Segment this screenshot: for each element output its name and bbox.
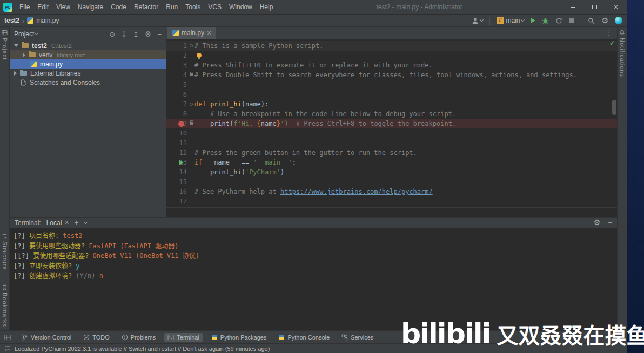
code-line-17[interactable]: 17 bbox=[166, 196, 617, 206]
menu-file[interactable]: File bbox=[16, 0, 33, 14]
line-number-15[interactable]: 15 bbox=[166, 177, 191, 187]
git-branch-widget[interactable]: main bbox=[497, 17, 524, 24]
code-line-4[interactable]: 4# Press Double Shift to search everywhe… bbox=[166, 70, 617, 80]
code-line-7[interactable]: 7def print_hi(name): bbox=[166, 99, 617, 109]
menu-refactor[interactable]: Refactor bbox=[130, 0, 162, 14]
code-line-2[interactable]: 2 bbox=[166, 51, 617, 60]
code-line-1[interactable]: 1# This is a sample Python script. bbox=[166, 41, 617, 51]
tool-button-problems[interactable]: Problems bbox=[118, 333, 159, 342]
line-number-12[interactable]: 12 bbox=[166, 148, 191, 158]
menu-help[interactable]: Help bbox=[256, 0, 277, 14]
line-number-4[interactable]: 4 bbox=[166, 70, 191, 80]
line-number-10[interactable]: 10 bbox=[166, 128, 191, 138]
tool-button-python-console[interactable]: Python Console bbox=[275, 333, 333, 342]
settings-button[interactable] bbox=[601, 17, 608, 25]
tool-button-terminal[interactable]: Terminal bbox=[164, 333, 203, 342]
search-everywhere-button[interactable] bbox=[588, 17, 595, 24]
menu-view[interactable]: View bbox=[52, 0, 74, 14]
expand-all-button[interactable] bbox=[121, 31, 127, 38]
menu-edit[interactable]: Edit bbox=[33, 0, 52, 14]
run-button[interactable] bbox=[531, 18, 535, 23]
stripe-project-button[interactable]: Project bbox=[2, 30, 8, 60]
editor-options-icon[interactable] bbox=[605, 29, 617, 37]
tree-expanded-icon[interactable] bbox=[14, 44, 18, 47]
terminal-tab-local[interactable]: Local bbox=[46, 219, 69, 227]
line-number-5[interactable]: 5 bbox=[166, 80, 191, 90]
tree-item-main-py[interactable]: main.py bbox=[10, 59, 166, 69]
tool-button-services[interactable]: Services bbox=[338, 333, 377, 342]
maximize-button[interactable] bbox=[583, 0, 605, 14]
chevron-down-icon[interactable] bbox=[35, 31, 38, 35]
menu-code[interactable]: Code bbox=[107, 0, 130, 14]
tool-window-switcher-icon[interactable] bbox=[4, 334, 11, 341]
menu-window[interactable]: Window bbox=[225, 0, 256, 14]
line-number-8[interactable]: 8 bbox=[166, 109, 191, 119]
fold-marker-icon[interactable] bbox=[190, 103, 193, 106]
close-button[interactable] bbox=[605, 0, 627, 14]
new-terminal-button[interactable] bbox=[75, 219, 79, 227]
stripe-notifications-button[interactable]: Notifications bbox=[619, 30, 626, 77]
line-number-7[interactable]: 7 bbox=[166, 99, 191, 109]
stop-button[interactable] bbox=[569, 18, 574, 23]
code-with-me-button[interactable] bbox=[615, 17, 622, 24]
hide-terminal-button[interactable] bbox=[608, 219, 612, 226]
code-editor[interactable]: 1# This is a sample Python script.23# Pr… bbox=[166, 39, 617, 207]
line-number-14[interactable]: 14 bbox=[166, 167, 191, 177]
editor-tab-main-py[interactable]: main.py bbox=[167, 27, 216, 39]
line-number-3[interactable]: 3 bbox=[166, 60, 191, 70]
project-panel-title[interactable]: Project bbox=[14, 30, 34, 38]
tree-item-external-libraries[interactable]: External Libraries bbox=[10, 69, 166, 78]
editor-hscroll-area[interactable] bbox=[166, 207, 617, 217]
hide-panel-button[interactable] bbox=[157, 31, 162, 38]
close-tab-icon[interactable] bbox=[207, 29, 211, 37]
breakpoint-icon[interactable] bbox=[178, 121, 184, 127]
panel-settings-button[interactable] bbox=[145, 30, 152, 38]
tool-button-todo[interactable]: TODO bbox=[80, 333, 113, 342]
line-number-6[interactable]: 6 bbox=[166, 90, 191, 99]
code-line-3[interactable]: 3# Press Shift+F10 to execute it or repl… bbox=[166, 60, 617, 70]
code-line-15[interactable]: 15 bbox=[166, 177, 617, 187]
line-number-11[interactable]: 11 bbox=[166, 138, 191, 148]
event-log-icon[interactable] bbox=[4, 345, 11, 352]
status-message[interactable]: Localized PyCharm 2022.3.1 is available … bbox=[15, 345, 270, 352]
code-line-11[interactable]: 11 bbox=[166, 138, 617, 148]
tree-item-venv[interactable]: venvlibrary root bbox=[10, 50, 166, 59]
terminal-dropdown-icon[interactable] bbox=[84, 220, 88, 223]
code-line-9[interactable]: 9 print(f'Hi, {name}') # Press Ctrl+F8 t… bbox=[166, 119, 617, 128]
tree-collapsed-icon[interactable] bbox=[14, 71, 17, 76]
intention-bulb-icon[interactable] bbox=[197, 53, 202, 58]
close-terminal-tab-icon[interactable] bbox=[64, 219, 69, 227]
line-number-1[interactable]: 1 bbox=[166, 41, 191, 51]
fold-marker-icon[interactable] bbox=[190, 44, 193, 47]
menu-run[interactable]: Run bbox=[162, 0, 182, 14]
tree-item-test2[interactable]: test2C:\test2 bbox=[10, 41, 166, 50]
run-gutter-icon[interactable] bbox=[179, 160, 184, 165]
code-line-8[interactable]: 8 # Use a breakpoint in the code line be… bbox=[166, 109, 617, 119]
breadcrumb-file[interactable]: main.py bbox=[36, 17, 59, 24]
menu-navigate[interactable]: Navigate bbox=[74, 0, 107, 14]
line-number-17[interactable]: 17 bbox=[166, 196, 191, 206]
locate-file-button[interactable] bbox=[109, 31, 115, 38]
tree-item-scratches-and-consoles[interactable]: Scratches and Consoles bbox=[10, 78, 166, 87]
stripe-structure-button[interactable]: Structure bbox=[2, 233, 8, 270]
code-line-14[interactable]: 14 print_hi('PyCharm') bbox=[166, 167, 617, 177]
breadcrumb-project[interactable]: test2 bbox=[4, 17, 19, 24]
minimize-button[interactable] bbox=[562, 0, 583, 14]
inspection-ok-icon[interactable] bbox=[609, 39, 615, 47]
debug-button[interactable] bbox=[542, 17, 549, 24]
collapse-all-button[interactable] bbox=[133, 31, 139, 38]
editor-scrollbar[interactable] bbox=[612, 100, 616, 115]
line-number-2[interactable]: 2 bbox=[166, 51, 191, 60]
terminal-settings-button[interactable] bbox=[594, 219, 601, 227]
code-line-10[interactable]: 10 bbox=[166, 128, 617, 138]
tree-collapsed-icon[interactable] bbox=[23, 53, 25, 57]
line-number-16[interactable]: 16 bbox=[166, 187, 191, 196]
code-line-16[interactable]: 16# See PyCharm help at https://www.jetb… bbox=[166, 187, 617, 196]
menu-vcs[interactable]: VCS bbox=[204, 0, 225, 14]
code-line-12[interactable]: 12# Press the green button in the gutter… bbox=[166, 148, 617, 158]
run-with-coverage-button[interactable] bbox=[555, 17, 562, 24]
tool-button-python-packages[interactable]: Python Packages bbox=[208, 333, 270, 342]
menu-tools[interactable]: Tools bbox=[182, 0, 204, 14]
code-line-6[interactable]: 6 bbox=[166, 90, 617, 99]
code-line-13[interactable]: 13if __name__ == '__main__': bbox=[166, 158, 617, 167]
